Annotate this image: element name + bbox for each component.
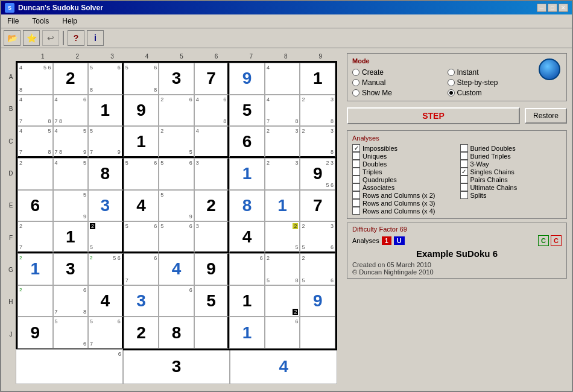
cell-e6[interactable]: 2 [194,190,230,222]
checkbox-triples[interactable] [352,168,360,175]
corner-btn-c2[interactable]: C [551,235,562,246]
checkbox-3way[interactable] [460,160,468,168]
cell-d7[interactable]: 1 [229,158,265,190]
toolbar-open-button[interactable]: 📂 [4,30,21,46]
close-button[interactable]: ✕ [559,4,568,12]
cell-h5[interactable]: 6 [159,285,194,317]
checkbox-quadruples[interactable] [352,175,360,183]
cell-h3[interactable]: 4 [88,285,124,317]
check-triples[interactable]: Triples [352,168,454,175]
cell-e1[interactable]: 6 [17,190,53,222]
sudoku-grid[interactable]: 4 5 6 8 2 5 6 8 5 6 8 [16,61,337,350]
cell-b6[interactable]: 4 6 8 [194,95,230,127]
radio-create-circle[interactable] [352,69,359,76]
cell-f7[interactable]: 4 [229,221,265,253]
maximize-button[interactable]: □ [548,4,557,12]
checkbox-associates[interactable] [352,183,360,191]
radio-step-circle[interactable] [448,79,455,86]
cell-g6[interactable]: 9 [194,253,230,285]
cell-e3[interactable]: 3 [88,190,124,222]
cell-a4[interactable]: 5 6 8 [124,63,159,95]
cell-a1[interactable]: 4 5 6 8 [17,63,53,95]
cell-a5[interactable]: 3 [159,63,194,95]
radio-instant[interactable]: Instant [448,68,537,77]
cell-b3[interactable]: 1 [88,95,124,127]
checkbox-rows-x4[interactable] [352,207,360,215]
check-rows-cols-x2[interactable]: Rows and Columns (x 2) [352,191,454,199]
cell-d9[interactable]: 9 2 3 5 6 [300,158,335,190]
cell-f6[interactable]: 3 [194,221,230,253]
radio-create[interactable]: Create [352,68,442,77]
cell-j1[interactable]: 9 [17,317,53,349]
cell-f3[interactable]: 2 5 [88,221,124,253]
cell-d2[interactable]: 4 5 [53,158,89,190]
cell-h2[interactable]: 6 7 8 [53,285,89,317]
cell-h9[interactable]: 9 [300,285,335,317]
cell-d5[interactable]: 5 6 [159,158,194,190]
cell-c1[interactable]: 4 5 7 8 [17,126,53,158]
checkbox-rows-x3[interactable] [352,199,360,207]
checkbox-pairs-chains[interactable] [460,175,468,183]
cell-g9[interactable]: 2 5 6 [300,253,335,285]
cell-f9[interactable]: 2 3 5 6 [300,221,335,253]
check-3way[interactable]: 3-Way [460,160,562,168]
cell-f2[interactable]: 1 [53,221,89,253]
cell-b8[interactable]: 4 7 8 [265,95,300,127]
cell-c9[interactable]: 2 3 8 [300,126,335,158]
check-doubles[interactable]: Doubles [352,160,454,168]
cell-f8[interactable]: 2 5 [265,221,300,253]
cell-e9[interactable]: 7 [300,190,335,222]
cell-b5[interactable]: 2 6 [159,95,194,127]
cell-d8[interactable]: 2 3 [265,158,300,190]
radio-manual-circle[interactable] [352,79,359,86]
radio-show-me[interactable]: Show Me [352,89,442,97]
cell-f1[interactable]: 2 7 [17,221,53,253]
cell-d3[interactable]: 8 [88,158,124,190]
cell-g1[interactable]: 2 1 [17,253,53,285]
cell-e2[interactable]: 5 9 [53,190,89,222]
radio-custom-circle[interactable] [448,89,455,96]
checkbox-ultimate-chains[interactable] [460,183,468,191]
checkbox-buried-doubles[interactable] [460,144,468,152]
menu-help[interactable]: Help [59,16,81,27]
cell-c3[interactable]: 5 7 9 [88,126,124,158]
cell-j2[interactable]: 5 6 [53,317,89,349]
cell-c8[interactable]: 2 3 [265,126,300,158]
cell-f5[interactable]: 5 6 [159,221,194,253]
check-splits[interactable]: Splits [460,191,562,199]
cell-b4[interactable]: 9 [124,95,159,127]
cell-a3[interactable]: 5 6 8 [88,63,124,95]
toolbar-undo-button[interactable]: ↩ [42,30,59,46]
cell-j3[interactable]: 5 6 7 [88,317,124,349]
cell-d4[interactable]: 5 6 [124,158,159,190]
cell-b1[interactable]: 4 7 8 [17,95,53,127]
minimize-button[interactable]: ─ [537,4,546,12]
cell-j7[interactable]: 1 [229,317,265,349]
checkbox-buried-triples[interactable] [460,152,468,160]
check-rows-cols-x3[interactable]: Rows and Columns (x 3) [352,199,454,207]
cell-j9[interactable] [300,317,335,349]
toolbar-star-button[interactable]: ⭐ [23,30,40,46]
cell-e7[interactable]: 8 [229,190,265,222]
cell-b7[interactable]: 5 [229,95,265,127]
cell-j8[interactable]: 6 [265,317,300,349]
cell-e8[interactable]: 1 [265,190,300,222]
cell-g2[interactable]: 3 [53,253,89,285]
radio-show-me-circle[interactable] [352,89,359,96]
checkbox-impossibles[interactable] [352,144,360,152]
check-uniques[interactable]: Uniques [352,152,454,160]
restore-button[interactable]: Restore [525,108,567,124]
menu-tools[interactable]: Tools [28,16,52,27]
radio-custom[interactable]: Custom [448,89,537,97]
cell-h8[interactable]: 2 [265,285,300,317]
cell-c4[interactable]: 1 [124,126,159,158]
check-quadruples[interactable]: Quadruples [352,175,454,183]
checkbox-doubles[interactable] [352,160,360,168]
check-rows-cols-x4[interactable]: Rows and Columns (x 4) [352,207,454,215]
radio-manual[interactable]: Manual [352,78,442,87]
radio-instant-circle[interactable] [448,69,455,76]
corner-btn-c1[interactable]: C [538,235,549,246]
cell-h1[interactable]: 2 [17,285,53,317]
cell-j5[interactable]: 8 [159,317,194,349]
toolbar-help-button[interactable]: ? [68,30,84,46]
